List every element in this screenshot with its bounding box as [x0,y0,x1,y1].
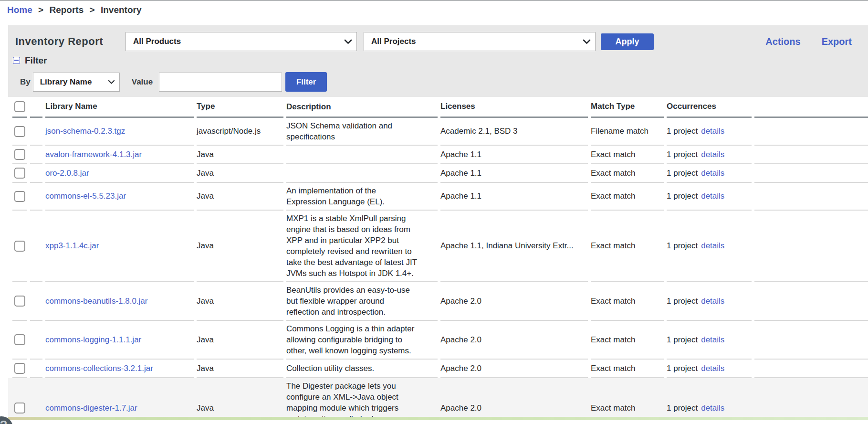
row-checkbox[interactable] [14,241,25,252]
filter-by-select-value: Library Name [40,77,92,87]
filter-value-input[interactable] [159,73,282,92]
occurrences-cell: 1 project details [667,211,752,282]
row-checkbox[interactable] [14,403,25,413]
licenses-cell: Apache 2.0 [440,282,588,321]
licenses-cell: Apache 1.1, Indiana University Extr... [440,211,588,282]
type-cell: Java [197,164,283,183]
collapse-filter-icon[interactable] [13,57,20,64]
type-cell: Java [197,146,283,164]
description-cell: BeanUtils provides an easy-to-use but fl… [286,282,438,321]
description-cell: Collection utility classes. [286,360,438,378]
export-link[interactable]: Export [822,36,852,47]
column-header-licenses[interactable]: Licenses [440,96,588,118]
row-checkbox[interactable] [14,149,25,160]
licenses-cell: Apache 2.0 [440,378,588,420]
filter-button[interactable]: Filter [285,72,327,92]
projects-select[interactable]: All Projects [364,32,596,51]
details-link[interactable]: details [701,150,724,159]
row-spacer [30,118,42,146]
column-header-occurrences[interactable]: Occurrences [667,96,752,118]
details-link[interactable]: details [701,169,724,178]
details-link[interactable]: details [701,127,724,136]
details-link[interactable]: details [701,297,724,306]
details-link[interactable]: details [701,241,724,251]
products-select[interactable]: All Products [125,32,357,51]
table-row: commons-el-5.5.23.jar Java An implementa… [8,183,868,211]
type-cell: Java [197,211,283,282]
breadcrumb: Home > Reports > Inventory [0,1,868,15]
row-filler [754,118,868,146]
chevron-down-icon [583,39,591,44]
breadcrumb-inventory: Inventory [101,5,142,15]
match-type-cell: Exact match [591,211,664,282]
library-name-link[interactable]: oro-2.0.8.jar [45,169,89,178]
library-name-link[interactable]: json-schema-0.2.3.tgz [45,127,125,136]
row-checkbox[interactable] [14,296,25,307]
row-checkbox[interactable] [14,334,25,345]
description-cell: MXP1 is a stable XmlPull parsing engine … [286,211,438,282]
library-name-link[interactable]: xpp3-1.1.4c.jar [45,241,99,251]
details-link[interactable]: details [701,364,724,373]
breadcrumb-separator: > [86,5,98,15]
match-type-cell: Exact match [591,378,664,420]
library-name-link[interactable]: commons-digester-1.7.jar [45,403,137,413]
description-cell [286,146,438,164]
table-row: commons-collections-3.2.1.jar Java Colle… [8,360,868,378]
details-link[interactable]: details [701,191,724,201]
occurrences-count: 1 project [667,191,698,201]
occurrences-count: 1 project [667,364,698,373]
occurrences-cell: 1 project details [667,118,752,146]
table-row: xpp3-1.1.4c.jar Java MXP1 is a stable Xm… [8,211,868,282]
inventory-table: Library Name Type Description Licenses M… [8,96,868,420]
row-checkbox[interactable] [14,191,25,202]
licenses-cell: Apache 1.1 [440,183,588,211]
library-name-link[interactable]: commons-el-5.5.23.jar [45,191,126,201]
type-cell: Java [197,183,283,211]
row-checkbox[interactable] [14,363,25,374]
bottom-highlight-strip [8,417,868,420]
column-header-match-type[interactable]: Match Type [591,96,664,118]
row-spacer [30,164,42,183]
type-cell: Java [197,360,283,378]
description-cell: The Digester package lets you configure … [286,378,438,420]
row-filler [754,183,868,211]
library-name-link[interactable]: commons-collections-3.2.1.jar [45,364,153,373]
occurrences-count: 1 project [667,127,698,136]
description-cell [286,164,438,183]
select-all-checkbox[interactable] [14,101,25,112]
match-type-cell: Filename match [591,118,664,146]
match-type-cell: Exact match [591,321,664,360]
filter-by-label: By [20,77,31,87]
library-name-link[interactable]: commons-beanutils-1.8.0.jar [45,297,147,306]
table-header-row: Library Name Type Description Licenses M… [8,96,868,118]
column-header-description[interactable]: Description [286,96,438,118]
column-header-library-name[interactable]: Library Name [45,96,194,118]
type-cell: Java [197,321,283,360]
occurrences-cell: 1 project details [667,146,752,164]
type-cell: Java [197,282,283,321]
row-checkbox[interactable] [14,126,25,137]
occurrences-count: 1 project [667,169,698,178]
report-header-panel: Inventory Report All Products All Projec… [8,25,868,97]
chevron-down-icon [108,80,115,85]
filter-by-select[interactable]: Library Name [33,73,120,92]
row-filler [754,146,868,164]
column-header-type[interactable]: Type [197,96,283,118]
library-name-link[interactable]: avalon-framework-4.1.3.jar [45,150,142,159]
breadcrumb-home-link[interactable]: Home [7,5,32,15]
products-select-value: All Products [133,37,181,46]
actions-link[interactable]: Actions [765,36,800,47]
library-name-link[interactable]: commons-logging-1.1.1.jar [45,335,141,345]
header-spacer [30,96,42,118]
details-link[interactable]: details [701,335,724,345]
description-cell: JSON Schema validation and specification… [286,118,438,146]
row-filler [754,211,868,282]
row-filler [754,282,868,321]
row-spacer [30,282,42,321]
row-checkbox[interactable] [14,168,25,179]
details-link[interactable]: details [701,403,724,413]
apply-button[interactable]: Apply [601,33,654,50]
table-row: commons-beanutils-1.8.0.jar Java BeanUti… [8,282,868,321]
chevron-down-icon [344,39,352,44]
occurrences-count: 1 project [667,335,698,345]
